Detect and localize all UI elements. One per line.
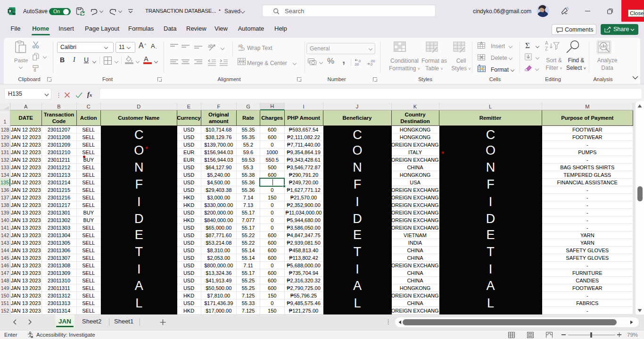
svg-text:.0: .0 (370, 62, 372, 66)
svg-text:Z: Z (545, 46, 548, 51)
svg-text:ab: ab (208, 43, 214, 49)
svg-text:ab: ab (238, 43, 243, 48)
svg-text:A: A (545, 41, 548, 46)
svg-text:.00: .00 (354, 62, 359, 66)
